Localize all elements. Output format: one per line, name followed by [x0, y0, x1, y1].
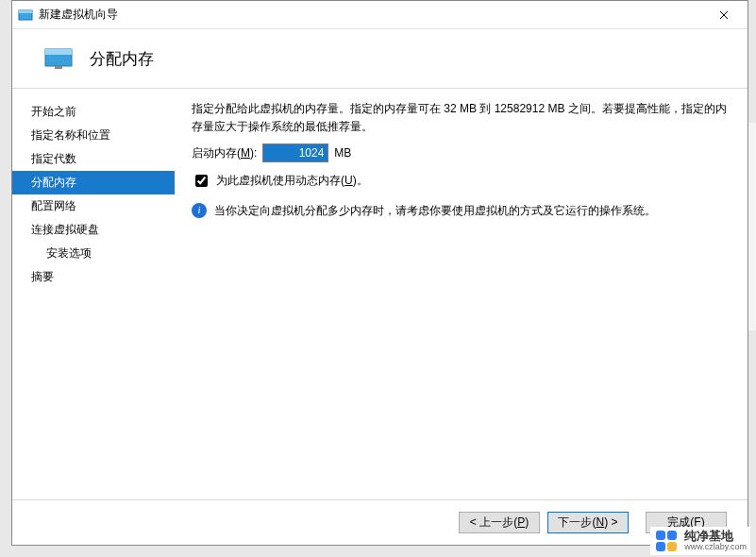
next-button[interactable]: 下一步(N) > [547, 512, 629, 533]
memory-unit: MB [334, 144, 351, 162]
svg-rect-6 [667, 531, 677, 540]
svg-rect-4 [55, 66, 62, 69]
wizard-body: 开始之前指定名称和位置指定代数分配内存配置网络连接虚拟硬盘安装选项摘要 指定分配… [12, 89, 748, 499]
app-icon [18, 8, 33, 23]
sidebar-item-4[interactable]: 配置网络 [31, 194, 178, 218]
wizard-window: 新建虚拟机向导 分配内存 开始之前指定名称和位置指定代数分配内存配置网络连接虚拟… [11, 0, 748, 546]
info-icon: i [192, 203, 207, 218]
sidebar-item-6[interactable]: 安装选项 [31, 242, 178, 265]
sidebar-item-3[interactable]: 分配内存 [12, 171, 175, 194]
sidebar-item-1[interactable]: 指定名称和位置 [31, 124, 178, 147]
svg-rect-3 [45, 49, 72, 55]
wizard-content: 指定分配给此虚拟机的内存量。指定的内存量可在 32 MB 到 12582912 … [178, 89, 748, 499]
wizard-sidebar: 开始之前指定名称和位置指定代数分配内存配置网络连接虚拟硬盘安装选项摘要 [12, 89, 178, 499]
svg-rect-8 [667, 542, 677, 551]
close-button[interactable] [704, 2, 744, 28]
sidebar-item-2[interactable]: 指定代数 [31, 147, 178, 171]
window-title: 新建虚拟机向导 [39, 7, 704, 23]
wizard-footer: < 上一步(P) 下一步(N) > 完成(F) [12, 499, 748, 545]
memory-label: 启动内存(M): [192, 144, 257, 162]
memory-field: 启动内存(M): MB [192, 143, 729, 162]
memory-input[interactable] [262, 143, 328, 162]
page-heading: 分配内存 [90, 48, 154, 70]
monitor-icon [44, 48, 73, 69]
info-text: 当你决定向虚拟机分配多少内存时，请考虑你要使用虚拟机的方式及它运行的操作系统。 [214, 202, 656, 220]
brand-text: 纯净基地 [684, 530, 747, 543]
sidebar-item-0[interactable]: 开始之前 [31, 100, 178, 124]
titlebar: 新建虚拟机向导 [12, 1, 748, 29]
dynamic-memory-row: 为此虚拟机使用动态内存(U)。 [192, 172, 729, 190]
wizard-header: 分配内存 [12, 29, 748, 88]
previous-button[interactable]: < 上一步(P) [459, 512, 540, 533]
svg-rect-5 [656, 531, 665, 540]
brand-sub: www.czlaby.com [684, 543, 747, 551]
sidebar-item-7[interactable]: 摘要 [31, 265, 178, 289]
info-row: i 当你决定向虚拟机分配多少内存时，请考虑你要使用虚拟机的方式及它运行的操作系统… [192, 202, 729, 220]
svg-rect-1 [19, 10, 32, 13]
dynamic-memory-checkbox[interactable] [195, 175, 208, 187]
dynamic-memory-label: 为此虚拟机使用动态内存(U)。 [216, 172, 368, 190]
watermark-brand: 纯净基地 www.czlaby.com [650, 527, 750, 555]
brand-icon [654, 529, 679, 553]
background-sliver [748, 123, 756, 330]
sidebar-item-5[interactable]: 连接虚拟硬盘 [31, 218, 178, 242]
svg-rect-7 [656, 542, 665, 551]
description-text: 指定分配给此虚拟机的内存量。指定的内存量可在 32 MB 到 12582912 … [192, 100, 729, 136]
